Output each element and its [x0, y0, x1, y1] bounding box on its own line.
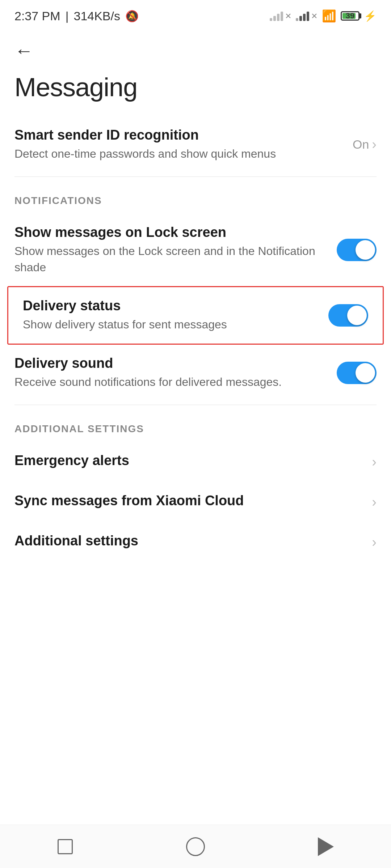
status-left: 2:37 PM | 314KB/s 🔕 [14, 9, 139, 23]
toggle-thumb [356, 240, 375, 260]
home-icon [186, 837, 205, 856]
delivery-status-desc: Show delivery status for sent messages [23, 316, 318, 333]
delivery-status-highlight: Delivery status Show delivery status for… [7, 286, 384, 345]
page-title: Messaging [0, 69, 391, 116]
battery: 39 [341, 11, 360, 21]
recents-icon [58, 839, 73, 854]
delivery-sound-item[interactable]: Delivery sound Receive sound notificatio… [0, 345, 391, 401]
nav-bar [0, 825, 391, 868]
back-nav-icon [318, 837, 334, 856]
delivery-status-toggle[interactable] [328, 304, 368, 327]
smart-sender-item[interactable]: Smart sender ID recognition Detect one-t… [0, 116, 391, 173]
back-nav-button[interactable] [311, 832, 340, 861]
speed: 314KB/s [73, 9, 120, 23]
divider-1 [14, 176, 377, 177]
notifications-section-header: NOTIFICATIONS [0, 180, 391, 214]
smart-sender-text: Smart sender ID recognition Detect one-t… [14, 127, 353, 162]
delivery-sound-desc: Receive sound notifications for delivere… [14, 374, 326, 390]
smart-sender-title: Smart sender ID recognition [14, 127, 342, 143]
status-bar: 2:37 PM | 314KB/s 🔕 ✕ ✕ 📶 39 [0, 0, 391, 29]
time: 2:37 PM [14, 9, 60, 23]
home-button[interactable] [181, 832, 210, 861]
lock-screen-text: Show messages on Lock screen Show messag… [14, 225, 337, 276]
lock-screen-title: Show messages on Lock screen [14, 225, 326, 240]
wifi-icon: 📶 [322, 9, 336, 23]
smart-sender-value: On › [353, 137, 377, 152]
additional-settings-item[interactable]: Additional settings › [0, 522, 391, 562]
charging-icon: ⚡ [364, 10, 377, 22]
sync-xiaomi-text: Sync messages from Xiaomi Cloud [14, 493, 372, 511]
lock-screen-toggle[interactable] [337, 239, 377, 261]
status-right: ✕ ✕ 📶 39 ⚡ [270, 9, 377, 23]
smart-sender-desc: Detect one-time passwords and show quick… [14, 146, 342, 162]
delivery-status-title: Delivery status [23, 298, 318, 314]
back-arrow-icon[interactable]: ← [14, 40, 33, 61]
chevron-additional-icon: › [372, 535, 377, 550]
divider-2 [14, 405, 377, 405]
delivery-sound-toggle[interactable] [337, 362, 377, 384]
mute-icon: 🔕 [125, 10, 139, 22]
chevron-right-icon: › [372, 137, 377, 152]
sync-xiaomi-item[interactable]: Sync messages from Xiaomi Cloud › [0, 482, 391, 522]
chevron-sync-icon: › [372, 494, 377, 510]
toggle-thumb-2 [347, 306, 367, 325]
emergency-alerts-item[interactable]: Emergency alerts › [0, 442, 391, 482]
additional-settings-text: Additional settings [14, 533, 372, 552]
back-button[interactable]: ← [0, 29, 391, 69]
toggle-thumb-3 [356, 363, 375, 383]
signal-icon-1: ✕ [270, 11, 291, 21]
additional-settings-title: Additional settings [14, 533, 361, 549]
delivery-sound-title: Delivery sound [14, 356, 326, 371]
delivery-status-text: Delivery status Show delivery status for… [23, 298, 328, 333]
lock-screen-item[interactable]: Show messages on Lock screen Show messag… [0, 214, 391, 286]
recents-button[interactable] [51, 832, 80, 861]
emergency-alerts-title: Emergency alerts [14, 453, 361, 468]
signal-icon-2: ✕ [296, 11, 318, 21]
delivery-sound-text: Delivery sound Receive sound notificatio… [14, 356, 337, 390]
chevron-emergency-icon: › [372, 454, 377, 470]
delivery-status-item[interactable]: Delivery status Show delivery status for… [8, 287, 383, 344]
separator: | [66, 9, 69, 23]
additional-settings-section-header: ADDITIONAL SETTINGS [0, 409, 391, 442]
sync-xiaomi-title: Sync messages from Xiaomi Cloud [14, 493, 361, 509]
emergency-alerts-text: Emergency alerts [14, 453, 372, 471]
lock-screen-desc: Show messages on the Lock screen and in … [14, 243, 326, 276]
